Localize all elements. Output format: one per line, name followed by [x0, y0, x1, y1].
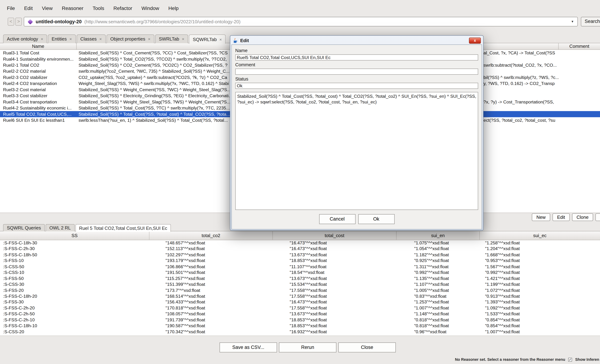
results-cell: "173.7"^^xsd:float	[150, 287, 273, 293]
tab-close-icon[interactable]: ×	[219, 37, 222, 42]
rule-body-continuation: swrlb:subtract(?total_CO2, ?x, ?CO...	[484, 62, 559, 68]
results-cell: "1.007"^^xsd:float	[480, 329, 600, 335]
results-cell: "1.007"^^xsd:float	[397, 305, 480, 311]
forward-button[interactable]: >	[15, 18, 22, 26]
results-cell: "17.558"^^xsd:float	[273, 287, 397, 293]
rules-col-comment[interactable]: Comment	[559, 43, 600, 49]
tab-label: SWRLTab	[159, 37, 179, 42]
rule-name: Ruel2-2 CO2 material	[3, 68, 76, 74]
tab-sqwrltab[interactable]: SQWRLTab×	[189, 35, 226, 44]
tab-close-icon[interactable]: ×	[148, 37, 150, 41]
menu-item-view[interactable]: View	[42, 5, 53, 11]
tab-swrltab[interactable]: SWRLTab×	[155, 35, 188, 43]
results-cell: "190.587"^^xsd:float	[150, 323, 273, 329]
status-field[interactable]	[235, 83, 478, 89]
results-cell: "170.342"^^xsd:float	[150, 329, 273, 335]
tab-active-ontology[interactable]: Active ontology×	[3, 35, 47, 43]
results-body: :S-FSS-C-18h-30"148.657"^^xsd:float"16.4…	[0, 240, 600, 335]
results-col-total-co2[interactable]: total_co2	[150, 231, 273, 240]
results-cell: "1.148"^^xsd:float	[397, 311, 480, 317]
menu-bar: FileEditViewReasonerToolsRefactorWindowH…	[0, 2, 600, 14]
results-row[interactable]: :S-FSS-C-18h-30"148.657"^^xsd:float"16.4…	[0, 240, 600, 246]
comment-field[interactable]	[235, 69, 478, 75]
new-button[interactable]: New	[532, 213, 550, 221]
comment-label: Comment	[235, 62, 478, 67]
query-tab-sqwrl-queries[interactable]: SQWRL Queries	[3, 224, 45, 231]
results-cell: "1.005"^^xsd:float	[397, 287, 480, 293]
rules-col-name[interactable]: Name	[0, 43, 77, 49]
ok-button[interactable]: Ok	[358, 214, 394, 224]
results-row[interactable]: :S-FSS-C-2h-20"170.818"^^xsd:float"17.55…	[0, 305, 600, 311]
search-button[interactable]: Search	[581, 17, 600, 27]
results-cell: "0.913"^^xsd:float	[480, 293, 600, 299]
de-button[interactable]: De	[595, 213, 600, 221]
chevron-down-icon[interactable]: ▼	[571, 20, 574, 23]
results-row[interactable]: :S-FSS-C-18h-10"190.587"^^xsd:float"18.8…	[0, 323, 600, 329]
results-row[interactable]: :S-FSS-C-2h-10"191.739"^^xsd:float"18.85…	[0, 317, 600, 323]
rule-text-editor[interactable]: Stabilized_Soil(?SS) ^ Total_Cost(?SS, ?…	[235, 92, 478, 210]
rule-name: Rual3-1 Total Cost	[3, 50, 76, 56]
menu-item-tools[interactable]: Tools	[93, 5, 104, 11]
results-row[interactable]: :S-FSS-C-18h-20"168.514"^^xsd:float"17.5…	[0, 293, 600, 299]
back-button[interactable]: <	[8, 18, 14, 26]
menu-item-reasoner[interactable]: Reasoner	[62, 5, 83, 11]
name-field[interactable]	[235, 54, 478, 60]
results-col-sui-en[interactable]: sui_en	[397, 231, 480, 240]
rule-body-continuation	[484, 87, 559, 93]
results-row[interactable]: :S-CSS-50"106.866"^^xsd:float"11.107"^^x…	[0, 264, 600, 270]
tab-object-properties[interactable]: Object properties×	[106, 35, 154, 43]
edit-button[interactable]: Edit	[553, 213, 570, 221]
results-cell: "1.311"^^xsd:float	[397, 264, 480, 270]
results-row[interactable]: :S-FSS-50"115.257"^^xsd:float"13.673"^^x…	[0, 276, 600, 281]
results-cell: :S-FSS-10	[0, 258, 150, 264]
tab-label: Entities	[52, 37, 67, 42]
results-row[interactable]: :S-FSS-C-2h-50"108.057"^^xsd:float"13.67…	[0, 311, 600, 317]
results-cell: "1.072"^^xsd:float	[480, 287, 600, 293]
results-row[interactable]: :S-CSS-10"191.501"^^xsd:float"18.54"^^xs…	[0, 270, 600, 276]
results-cell: "1.668"^^xsd:float	[480, 252, 600, 258]
results-row[interactable]: :S-FSS-20"173.7"^^xsd:float"17.558"^^xsd…	[0, 287, 600, 293]
ontology-address-field[interactable]: untitled-ontology-20 (http://www.semanti…	[24, 17, 578, 27]
results-row[interactable]: :S-CSS-20"170.342"^^xsd:float"16.932"^^x…	[0, 329, 600, 335]
query-tab-owl-2-rl[interactable]: OWL 2 RL	[46, 224, 75, 231]
close-icon[interactable]: x	[469, 37, 481, 44]
cancel-button[interactable]: Cancel	[319, 214, 355, 224]
rule-name: Ruel2-3 CO2 stabilizer	[3, 74, 76, 80]
results-row[interactable]: :S-CSS-30"151.399"^^xsd:float"15.534"^^x…	[0, 281, 600, 287]
tab-classes[interactable]: Classes×	[76, 35, 106, 43]
results-row[interactable]: :S-FSS-C-18h-50"102.297"^^xsd:float"13.6…	[0, 252, 600, 258]
menu-item-help[interactable]: Help	[168, 5, 179, 11]
results-col-sui-ec[interactable]: sui_ec	[480, 231, 600, 240]
query-tab-ruel-5-total-co2-total-cost-sui-en-sui-ec[interactable]: Ruel 5 Total CO2,Total Cost,SUI En,SUI E…	[75, 224, 171, 232]
tab-entities[interactable]: Entities×	[48, 35, 76, 43]
save-as-csv-button[interactable]: Save as CSV...	[220, 343, 277, 353]
results-cell: :S-FSS-C-18h-30	[0, 240, 150, 246]
rerun-button[interactable]: Rerun	[279, 343, 336, 353]
clone-button[interactable]: Clone	[572, 213, 593, 221]
menu-item-edit[interactable]: Edit	[24, 5, 33, 11]
results-col-total-cost[interactable]: total_cost	[273, 231, 397, 240]
results-cell: "102.297"^^xsd:float	[150, 252, 273, 258]
results-cell: "18.853"^^xsd:float	[273, 258, 397, 264]
rule-body-continuation	[484, 105, 559, 111]
results-row[interactable]: :S-FSS-30"156.433"^^xsd:float"16.473"^^x…	[0, 299, 600, 305]
tab-close-icon[interactable]: ×	[99, 37, 102, 41]
results-cell: :S-FSS-C-2h-20	[0, 305, 150, 311]
tab-label: SQWRLTab	[193, 37, 217, 42]
results-cell: "1.182"^^xsd:float	[397, 252, 480, 258]
tab-close-icon[interactable]: ×	[182, 37, 184, 41]
results-cell: "156.433"^^xsd:float	[150, 299, 273, 305]
results-row[interactable]: :S-FSS-C-2h-30"152.113"^^xsd:float"16.47…	[0, 246, 600, 252]
menu-item-file[interactable]: File	[7, 5, 15, 11]
menu-item-refactor[interactable]: Refactor	[113, 5, 132, 11]
results-cell: :S-FSS-C-2h-10	[0, 317, 150, 323]
close-button[interactable]: Close	[338, 343, 396, 353]
tab-close-icon[interactable]: ×	[69, 37, 72, 41]
tab-close-icon[interactable]: ×	[41, 37, 43, 41]
show-inferences-checkbox[interactable]: ✓	[568, 358, 572, 362]
results-col-ss[interactable]: SS	[0, 231, 150, 240]
menu-item-window[interactable]: Window	[141, 5, 159, 11]
edit-dialog-titlebar[interactable]: Edit x	[232, 37, 482, 44]
results-cell: "151.399"^^xsd:float	[150, 281, 273, 287]
results-row[interactable]: :S-FSS-10"193.179"^^xsd:float"18.853"^^x…	[0, 258, 600, 264]
